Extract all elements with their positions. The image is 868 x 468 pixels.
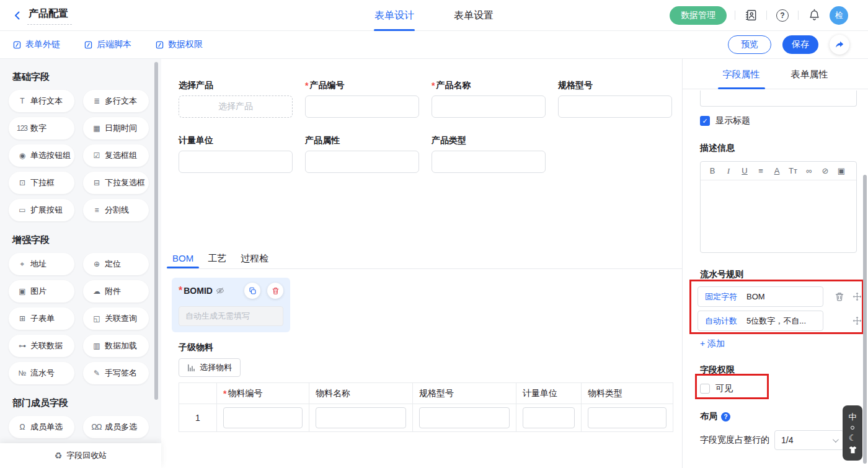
sidebar-field-item[interactable]: ⊶ 关联数据 [9,335,74,357]
sidebar-field-item[interactable]: ☁ 附件 [83,280,149,302]
dark-mode-moon-icon[interactable]: ☾ [849,433,857,443]
drag-rule-icon[interactable] [852,292,862,301]
form-field[interactable]: 产品类型 [432,136,546,173]
dot-icon[interactable] [851,426,854,430]
field-input[interactable] [305,95,419,118]
toolbar-link[interactable]: 后端脚本 [84,39,131,50]
serial-rule[interactable]: 自动计数 5位数字，不自... [698,311,823,331]
selected-field-bomid[interactable]: * BOMID 自动生成无需填写 [172,278,290,332]
form-field[interactable]: 选择产品 选择产品 [179,81,293,118]
remove-link-icon[interactable]: ⊘ [817,166,833,175]
panel-tab[interactable]: 表单属性 [791,59,828,89]
subtable-cell-input[interactable] [419,407,510,428]
subtable-cell-input[interactable] [588,407,666,428]
sidebar-scrollbar[interactable] [154,62,158,400]
header-tab[interactable]: 表单设置 [454,0,494,31]
notification-bell-icon[interactable] [807,8,822,23]
select-material-button[interactable]: 选择物料 [179,358,241,377]
back-button[interactable] [10,8,25,23]
subtable-cell-input[interactable] [316,407,406,428]
add-rule-link[interactable]: + 添加 [700,338,725,350]
subtable-cell-input[interactable] [223,407,303,428]
field-permission-label: 字段权限 [700,364,857,376]
field-recycle-bin[interactable]: ♻ 字段回收站 [0,443,161,468]
sidebar-field-item[interactable]: 123 数字 [9,117,74,139]
align-icon[interactable]: ≡ [753,166,769,175]
form-field[interactable]: 规格型号 [558,81,672,118]
sidebar-field-item[interactable]: ✎ 手写签名 [83,362,149,384]
select-product-button[interactable]: 选择产品 [179,95,293,118]
underline-icon[interactable]: U [737,166,753,175]
header-tab[interactable]: 表单设计 [374,0,414,31]
sidebar-field-item[interactable]: ▭ 扩展按钮 [9,199,74,221]
sidebar-field-item[interactable]: ▥ 数据加载 [83,335,149,357]
copy-field-button[interactable] [244,283,260,299]
panel-scrolled-input[interactable] [700,91,857,107]
subform-tab[interactable]: BOM [167,251,199,268]
delete-field-button[interactable] [267,283,283,299]
field-input[interactable] [179,151,293,173]
sidebar-field-item[interactable]: № 流水号 [9,362,74,384]
subform-tab[interactable]: 工艺 [202,251,232,268]
app-header: 产品配置 表单设计 表单设置 数据管理 ? [0,0,868,31]
form-field[interactable]: 产品属性 [305,136,419,173]
sidebar-field-item[interactable]: ⊟ 下拉复选框 [83,172,149,194]
delete-rule-icon[interactable] [835,292,844,302]
insert-link-icon[interactable]: ∞ [801,166,817,175]
sidebar-field-item[interactable]: ⊕ 定位 [83,253,149,275]
sidebar-field-item[interactable]: ▣ 图片 [9,280,74,302]
save-button[interactable]: 保存 [782,35,818,54]
bold-icon[interactable]: B [704,166,720,175]
form-field[interactable]: 计量单位 [179,136,293,173]
font-size-icon[interactable]: Tт [785,166,801,175]
sidebar-field-item[interactable]: ⌖ 地址 [9,253,74,275]
canvas-field-row-2: 计量单位 产品属性 产品类型 [179,136,682,173]
theme-shirt-icon[interactable] [848,446,857,454]
sidebar-field-item[interactable]: ◱ 关联查询 [83,307,149,330]
data-manage-button[interactable]: 数据管理 [670,6,727,25]
form-field[interactable]: *产品编号 [305,81,419,118]
sidebar-field-item[interactable]: ≡ 分割线 [83,199,149,221]
insert-image-icon[interactable]: ▣ [833,166,849,175]
sidebar-field-item[interactable]: ⊞ 子表单 [9,307,74,330]
sidebar-field-item[interactable]: ◉ 单选按钮组 [9,144,74,167]
visible-checkbox[interactable] [700,384,710,394]
field-input[interactable] [432,151,546,173]
language-toggle[interactable]: 中 [849,412,857,423]
italic-icon[interactable]: I [720,166,737,176]
contact-book-icon[interactable] [743,8,758,23]
toolbar-link[interactable]: 数据权限 [155,39,203,50]
field-width-select[interactable]: 1/4 [774,430,844,450]
recycle-icon: ♻ [55,451,63,461]
layout-help-icon[interactable]: ? [721,412,730,422]
share-button[interactable] [830,35,849,55]
sidebar-field-item[interactable]: ⊡ 下拉框 [9,172,74,194]
field-input[interactable] [432,95,546,118]
subform-tab[interactable]: 过程检 [235,251,274,268]
subtable-cell-input[interactable] [523,407,575,428]
field-input[interactable] [305,151,419,173]
panel-scrollbar[interactable] [863,175,867,464]
preview-button[interactable]: 预览 [728,35,771,54]
help-icon[interactable]: ? [775,8,790,23]
sidebar-field-item[interactable]: T 单行文本 [9,90,74,112]
form-field[interactable]: *产品名称 [432,81,546,118]
serial-rule[interactable]: 固定字符 BOM [698,286,823,307]
sidebar-field-item[interactable]: ≣ 多行文本 [83,90,149,112]
show-title-checkbox[interactable]: ✓ [700,116,710,126]
toolbar-link[interactable]: 表单外链 [12,39,60,50]
datetime-icon: ▦ [91,124,102,133]
page-title[interactable]: 产品配置 [27,6,72,25]
field-input[interactable] [558,95,672,118]
sidebar-field-item[interactable]: ▦ 日期时间 [83,117,149,139]
panel-tab[interactable]: 字段属性 [723,59,760,89]
properties-panel: 字段属性 表单属性 ✓ 显示标题 描述信息 B I U ≡ A [682,59,868,468]
sidebar-field-item[interactable]: ☑ 复选框组 [83,144,149,167]
bomid-input[interactable]: 自动生成无需填写 [179,306,283,326]
font-color-icon[interactable]: A [769,166,785,175]
sidebar-field-item[interactable]: ΩΩ 成员多选 [83,416,149,438]
description-editor[interactable]: B I U ≡ A Tт ∞ ⊘ ▣ [700,161,857,253]
user-avatar[interactable]: 检 [830,6,848,25]
drag-rule-icon[interactable] [852,316,862,325]
sidebar-field-item[interactable]: Ω 成员单选 [9,416,74,438]
